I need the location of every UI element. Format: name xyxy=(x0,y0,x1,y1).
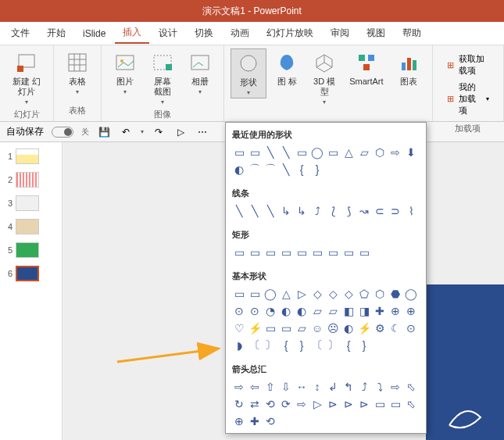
shape-option[interactable]: ⊕ xyxy=(404,304,418,318)
shape-option[interactable]: ⚙ xyxy=(373,321,387,335)
shape-option[interactable]: ▱ xyxy=(310,304,324,318)
shape-option[interactable]: ▱ xyxy=(357,145,371,159)
menu-帮助[interactable]: 帮助 xyxy=(395,23,429,43)
menu-文件[interactable]: 文件 xyxy=(3,23,38,43)
shape-option[interactable]: ⇩ xyxy=(279,380,293,394)
shape-option[interactable]: ⇄ xyxy=(248,397,262,411)
shape-option[interactable]: ╲ xyxy=(279,145,293,159)
smartart-button[interactable]: SmartArt xyxy=(345,48,388,88)
shape-option[interactable]: ⌒ xyxy=(248,163,262,177)
shape-option[interactable]: ⬠ xyxy=(357,287,371,301)
shape-option[interactable]: ◇ xyxy=(341,287,356,301)
shape-option[interactable]: ╲ xyxy=(263,204,277,218)
shapes-button[interactable]: 形状▾ xyxy=(231,48,266,98)
shape-option[interactable]: ▷ xyxy=(310,397,324,411)
get-addins[interactable]: ⊞获取加载项 xyxy=(447,53,489,77)
3d-button[interactable]: 3D 模型▾ xyxy=(307,48,341,107)
menu-视图[interactable]: 视图 xyxy=(359,23,393,43)
shape-option[interactable]: ⚡ xyxy=(248,321,262,335)
shape-option[interactable]: } xyxy=(357,338,371,352)
shape-option[interactable]: ↝ xyxy=(357,204,371,218)
shape-option[interactable]: ⟲ xyxy=(263,397,277,411)
shape-option[interactable]: ▭ xyxy=(248,245,262,259)
shape-option[interactable]: ▭ xyxy=(388,397,402,411)
menu-幻灯片放映[interactable]: 幻灯片放映 xyxy=(259,23,321,43)
slide-thumb-3[interactable]: 3 xyxy=(3,195,59,211)
shape-option[interactable]: ⇨ xyxy=(388,380,402,394)
shape-option[interactable]: ▭ xyxy=(232,145,246,159)
shape-option[interactable]: ☾ xyxy=(388,321,402,335)
shape-option[interactable]: ⇨ xyxy=(232,380,246,394)
shape-option[interactable]: ⤴ xyxy=(357,380,371,394)
shape-option[interactable]: ✚ xyxy=(373,304,387,318)
shape-option[interactable]: ↻ xyxy=(232,397,246,411)
shape-option[interactable]: ↰ xyxy=(341,380,356,394)
shape-option[interactable]: } xyxy=(295,338,309,352)
shape-option[interactable]: ⊂ xyxy=(373,204,387,218)
shape-option[interactable]: ▭ xyxy=(279,245,293,259)
shape-option[interactable]: { xyxy=(279,338,293,352)
shape-option[interactable]: ▭ xyxy=(263,245,277,259)
shape-option[interactable]: ⟆ xyxy=(341,204,356,218)
picture-button[interactable]: 图片▾ xyxy=(108,48,142,97)
shape-option[interactable]: ⚡ xyxy=(357,321,371,335)
shape-option[interactable]: ⊳ xyxy=(326,397,340,411)
shape-option[interactable]: ▭ xyxy=(295,245,309,259)
slide-thumb-4[interactable]: 4 xyxy=(3,219,59,234)
shape-option[interactable]: ▭ xyxy=(248,287,262,301)
shape-option[interactable]: ⬇ xyxy=(404,145,418,159)
shape-option[interactable]: 〔 xyxy=(248,338,262,352)
shape-option[interactable]: ◔ xyxy=(263,304,277,318)
shape-option[interactable]: ▭ xyxy=(248,145,262,159)
shape-option[interactable]: ⬣ xyxy=(388,287,402,301)
save-icon[interactable]: 💾 xyxy=(97,125,111,139)
shape-option[interactable]: ▭ xyxy=(263,321,277,335)
shape-option[interactable]: ▷ xyxy=(295,287,309,301)
shape-option[interactable]: 〔 xyxy=(310,338,324,352)
shape-option[interactable]: ▭ xyxy=(357,245,371,259)
shape-option[interactable]: ⌇ xyxy=(404,204,418,218)
shape-option[interactable]: ▭ xyxy=(232,245,246,259)
shape-option[interactable]: } xyxy=(310,163,324,177)
shape-option[interactable]: ▭ xyxy=(310,245,324,259)
shape-option[interactable]: ↲ xyxy=(326,380,340,394)
screenshot-button[interactable]: 屏幕截图▾ xyxy=(145,48,180,107)
shape-option[interactable]: ◇ xyxy=(326,287,340,301)
shape-option[interactable]: ⊃ xyxy=(388,204,402,218)
start-icon[interactable]: ▷ xyxy=(173,125,188,139)
shape-option[interactable]: ╲ xyxy=(232,204,246,218)
slide-thumb-1[interactable]: 1 xyxy=(3,148,59,164)
shape-option[interactable]: 〕 xyxy=(263,338,277,352)
shape-option[interactable]: ↳ xyxy=(279,204,293,218)
shape-option[interactable]: ↔ xyxy=(295,380,309,394)
shape-option[interactable]: ▭ xyxy=(341,245,356,259)
shape-option[interactable]: ⇨ xyxy=(388,145,402,159)
shape-option[interactable]: ⬡ xyxy=(373,145,387,159)
menu-动画[interactable]: 动画 xyxy=(223,23,257,43)
shape-option[interactable]: ⊕ xyxy=(388,304,402,318)
shape-option[interactable]: ◯ xyxy=(404,287,418,301)
new-slide-button[interactable]: 新建 幻灯片▾ xyxy=(6,48,47,107)
menu-iSlide[interactable]: iSlide xyxy=(75,25,113,42)
menu-设计[interactable]: 设计 xyxy=(151,23,185,43)
shape-option[interactable]: △ xyxy=(279,287,293,301)
shape-option[interactable]: { xyxy=(341,338,356,352)
shape-option[interactable]: ◇ xyxy=(310,287,324,301)
shape-option[interactable]: ╲ xyxy=(263,145,277,159)
shape-option[interactable]: ◯ xyxy=(263,287,277,301)
shapes-dropdown-menu[interactable]: 最近使用的形状▭▭╲╲▭◯▭△▱⬡⇨⬇◐⌒⌒╲{}线条╲╲╲↳↳⤴⟅⟆↝⊂⊃⌇矩… xyxy=(225,122,427,434)
shape-option[interactable]: ▭ xyxy=(326,145,340,159)
shape-option[interactable]: 〕 xyxy=(326,338,340,352)
shape-option[interactable]: ▭ xyxy=(373,397,387,411)
shape-option[interactable]: ⟳ xyxy=(279,397,293,411)
shape-option[interactable]: ▭ xyxy=(232,287,246,301)
autosave-toggle[interactable] xyxy=(52,127,73,138)
shape-option[interactable]: ⇧ xyxy=(263,380,277,394)
shape-option[interactable]: ⊕ xyxy=(232,414,246,428)
shape-option[interactable]: ⬁ xyxy=(404,397,418,411)
icons-button[interactable]: 图 标 xyxy=(270,48,304,88)
undo-drop[interactable]: ▾ xyxy=(141,128,144,135)
shape-option[interactable]: ⇨ xyxy=(295,397,309,411)
shape-option[interactable]: ▱ xyxy=(326,304,340,318)
slide-thumb-5[interactable]: 5 xyxy=(3,242,59,258)
